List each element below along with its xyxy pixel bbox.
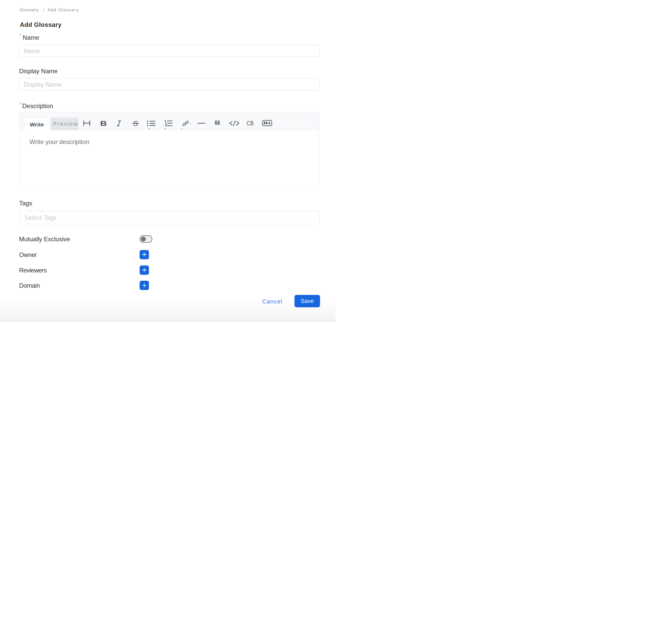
svg-text:B: B: [100, 119, 107, 127]
svg-text:66: 66: [215, 119, 220, 126]
svg-text:S: S: [133, 119, 138, 127]
svg-text:2: 2: [165, 123, 167, 127]
svg-text:CB: CB: [247, 120, 254, 127]
